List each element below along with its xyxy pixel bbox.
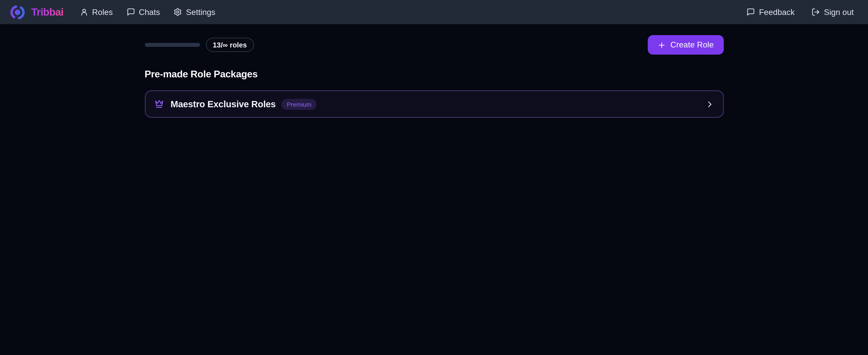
- gear-icon: [174, 8, 182, 16]
- crown-icon: [154, 99, 164, 109]
- feedback-label: Feedback: [759, 7, 795, 17]
- sign-out-label: Sign out: [824, 7, 854, 17]
- sign-out-icon: [811, 8, 820, 16]
- chat-icon: [747, 8, 755, 16]
- top-navbar: Tribbai Roles Chats: [0, 0, 868, 24]
- nav-item-settings[interactable]: Settings: [174, 7, 216, 17]
- nav-item-label: Settings: [186, 7, 216, 17]
- plus-icon: [657, 41, 666, 49]
- roles-usage: 13/∞ roles: [145, 38, 254, 52]
- create-role-button[interactable]: Create Role: [648, 35, 723, 55]
- main-content: 13/∞ roles Create Role Pre-made Role Pac…: [145, 35, 723, 118]
- nav-item-label: Chats: [139, 7, 160, 17]
- nav-item-label: Roles: [92, 7, 113, 17]
- nav-right: Feedback Sign out: [747, 7, 854, 17]
- tribbai-logo-icon: [9, 4, 26, 21]
- brand-logo[interactable]: Tribbai: [9, 4, 63, 21]
- sign-out-button[interactable]: Sign out: [811, 7, 854, 17]
- nav-item-chats[interactable]: Chats: [126, 7, 160, 17]
- brand-name: Tribbai: [31, 6, 63, 18]
- roles-toolbar: 13/∞ roles Create Role: [145, 35, 723, 55]
- app-root: Tribbai Roles Chats: [0, 0, 868, 118]
- packages-section-title: Pre-made Role Packages: [145, 68, 723, 79]
- feedback-button[interactable]: Feedback: [747, 7, 795, 17]
- package-list: Maestro Exclusive Roles Premium Wellness…: [145, 90, 723, 118]
- chevron-right-icon: [705, 99, 714, 109]
- package-title: Maestro Exclusive Roles: [170, 99, 276, 109]
- roles-count-badge: 13/∞ roles: [206, 38, 254, 52]
- package-row-maestro[interactable]: Maestro Exclusive Roles Premium: [145, 90, 723, 118]
- premium-badge: Premium: [282, 98, 317, 110]
- chat-icon: [126, 8, 135, 16]
- user-icon: [80, 8, 88, 16]
- nav-item-roles[interactable]: Roles: [80, 7, 113, 17]
- create-role-label: Create Role: [670, 40, 714, 50]
- roles-progress-bar: [145, 43, 200, 47]
- nav-links: Roles Chats Settings: [80, 7, 215, 17]
